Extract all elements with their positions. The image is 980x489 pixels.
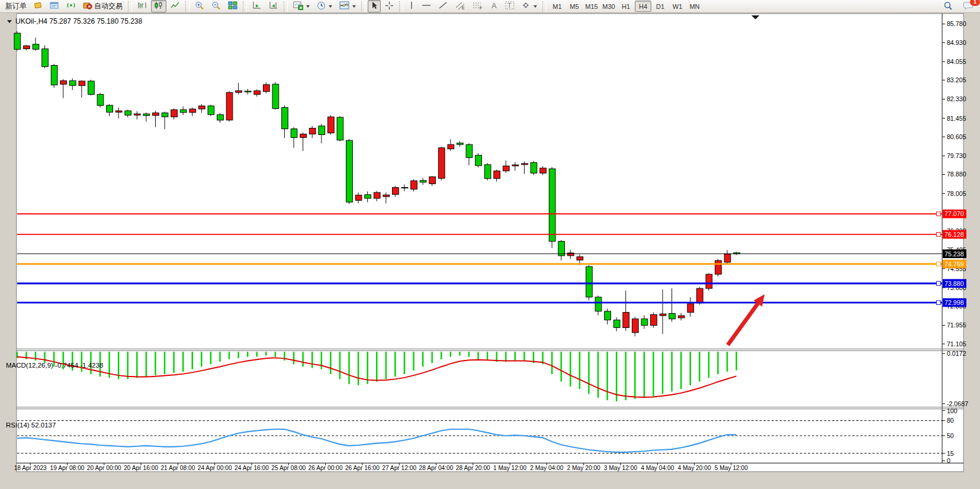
text-button[interactable]: A <box>487 0 501 12</box>
candle[interactable] <box>263 85 269 92</box>
timeframe-M15[interactable]: M15 <box>583 1 600 12</box>
market-watch-button[interactable] <box>47 0 62 12</box>
line-anchor[interactable] <box>936 212 940 216</box>
candle[interactable] <box>125 111 131 115</box>
candle[interactable] <box>623 313 629 328</box>
candle[interactable] <box>641 319 648 326</box>
candle[interactable] <box>512 165 519 166</box>
candle[interactable] <box>319 126 325 135</box>
candle[interactable] <box>69 81 76 85</box>
candle[interactable] <box>42 49 49 66</box>
candle[interactable] <box>180 110 187 112</box>
candle[interactable] <box>33 44 39 49</box>
candle[interactable] <box>107 105 113 112</box>
timeframe-D1[interactable]: D1 <box>652 1 669 12</box>
candle[interactable] <box>466 144 473 157</box>
candle[interactable] <box>678 316 685 318</box>
candle[interactable] <box>696 288 703 303</box>
candle[interactable] <box>272 84 279 108</box>
candle[interactable] <box>651 314 657 325</box>
candle[interactable] <box>217 115 224 120</box>
candle[interactable] <box>79 81 85 86</box>
candle[interactable] <box>549 169 555 242</box>
tile-windows-button[interactable] <box>225 0 240 12</box>
candle[interactable] <box>346 140 353 202</box>
new-order-button[interactable]: 新订单 <box>2 0 30 12</box>
candle[interactable] <box>208 106 214 115</box>
candle[interactable] <box>115 111 122 112</box>
candle[interactable] <box>669 314 676 319</box>
vertical-line-button[interactable] <box>406 0 417 12</box>
candle[interactable] <box>355 195 362 201</box>
candle[interactable] <box>540 168 547 173</box>
line-anchor[interactable] <box>936 281 940 285</box>
candle[interactable] <box>531 163 537 173</box>
cursor-button[interactable] <box>368 0 381 12</box>
fibonacci-button[interactable]: F <box>470 0 486 12</box>
timeframe-M5[interactable]: M5 <box>566 1 583 12</box>
candle[interactable] <box>134 114 140 115</box>
candle[interactable] <box>383 195 390 197</box>
candle[interactable] <box>365 195 371 198</box>
candle[interactable] <box>393 188 399 195</box>
timeframe-M30[interactable]: M30 <box>600 1 617 12</box>
candle[interactable] <box>245 91 251 92</box>
candlestick-chart-button[interactable] <box>151 0 166 12</box>
candle[interactable] <box>236 91 242 92</box>
zoom-in-button[interactable] <box>192 0 207 12</box>
candle[interactable] <box>522 163 528 165</box>
candle[interactable] <box>706 274 712 288</box>
candle[interactable] <box>724 254 731 262</box>
candle[interactable] <box>448 144 454 149</box>
candle[interactable] <box>88 81 95 94</box>
equidistant-channel-button[interactable]: E <box>452 0 468 12</box>
candle[interactable] <box>429 177 436 184</box>
candle[interactable] <box>715 260 722 274</box>
candle[interactable] <box>254 91 261 94</box>
timeframe-H4[interactable]: H4 <box>635 1 651 12</box>
trendline-button[interactable] <box>435 0 451 12</box>
text-label-button[interactable]: T <box>502 0 518 12</box>
candle[interactable] <box>189 109 196 112</box>
candle[interactable] <box>143 114 150 115</box>
line-anchor[interactable] <box>936 262 940 266</box>
candle[interactable] <box>577 257 583 260</box>
auto-scroll-button[interactable] <box>249 0 265 12</box>
candle[interactable] <box>411 181 417 189</box>
timeframe-W1[interactable]: W1 <box>669 1 686 12</box>
candle[interactable] <box>327 117 334 133</box>
candle[interactable] <box>475 155 482 166</box>
candle[interactable] <box>153 113 159 115</box>
horizontal-line-button[interactable] <box>419 0 434 12</box>
autotrade-button[interactable]: 自动交易 <box>80 0 126 12</box>
candle[interactable] <box>14 33 21 49</box>
candle[interactable] <box>595 297 602 311</box>
indicators-button[interactable] <box>290 0 313 12</box>
candle[interactable] <box>484 165 491 179</box>
candle[interactable] <box>24 46 30 49</box>
candle[interactable] <box>97 94 104 105</box>
candle[interactable] <box>291 129 297 138</box>
candle[interactable] <box>457 143 464 145</box>
candle[interactable] <box>567 253 574 256</box>
candle[interactable] <box>401 188 408 188</box>
candle[interactable] <box>494 171 500 179</box>
candle[interactable] <box>226 92 233 120</box>
candle[interactable] <box>503 166 509 170</box>
candle[interactable] <box>60 81 67 84</box>
line-chart-button[interactable] <box>168 0 183 12</box>
candle[interactable] <box>198 106 205 109</box>
line-anchor[interactable] <box>936 232 940 236</box>
candle[interactable] <box>613 320 620 328</box>
candle[interactable] <box>282 108 288 129</box>
order-box-button[interactable] <box>31 0 46 12</box>
candle[interactable] <box>374 192 380 198</box>
chart-canvas[interactable]: 85.78084.93084.05583.20582.33081.45580.6… <box>0 13 980 489</box>
candle[interactable] <box>438 148 445 179</box>
line-anchor[interactable] <box>936 301 940 305</box>
candle[interactable] <box>171 110 178 117</box>
candle[interactable] <box>632 319 638 333</box>
timeframe-H1[interactable]: H1 <box>618 1 634 12</box>
candle[interactable] <box>337 117 343 140</box>
candle[interactable] <box>420 181 426 182</box>
